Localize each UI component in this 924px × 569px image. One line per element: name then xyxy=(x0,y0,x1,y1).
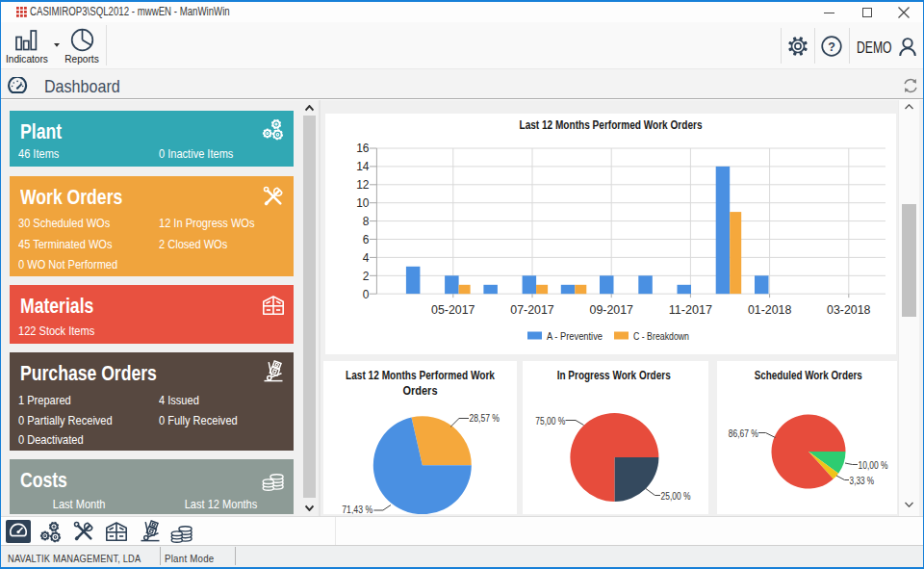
svg-text:11-2017: 11-2017 xyxy=(669,303,712,317)
svg-text:86,67 %: 86,67 % xyxy=(728,428,757,439)
svg-text:12: 12 xyxy=(356,178,370,192)
svg-text:In Progress Work Orders: In Progress Work Orders xyxy=(557,368,671,382)
svg-text:8: 8 xyxy=(363,215,370,228)
svg-text:Last 12 Months Performed Work: Last 12 Months Performed Work xyxy=(346,368,496,382)
svg-text:A - Preventive: A - Preventive xyxy=(547,330,603,342)
svg-text:10: 10 xyxy=(356,196,370,210)
svg-text:03-2018: 03-2018 xyxy=(827,303,870,317)
svg-text:71,43 %: 71,43 % xyxy=(342,504,372,514)
svg-text:Scheduled Work Orders: Scheduled Work Orders xyxy=(754,368,861,382)
svg-text:4: 4 xyxy=(363,251,370,265)
svg-text:10,00 %: 10,00 % xyxy=(858,460,887,471)
svg-text:25,00 %: 25,00 % xyxy=(661,491,691,502)
svg-text:?: ? xyxy=(828,40,835,54)
svg-text:0: 0 xyxy=(363,288,370,301)
svg-text:Orders: Orders xyxy=(403,383,438,398)
svg-text:28,57 %: 28,57 % xyxy=(470,413,500,424)
svg-text:14: 14 xyxy=(356,160,370,173)
svg-text:75,00 %: 75,00 % xyxy=(535,416,565,427)
svg-text:3,33 %: 3,33 % xyxy=(849,476,874,486)
svg-text:2: 2 xyxy=(363,270,370,283)
svg-text:6: 6 xyxy=(363,233,370,246)
svg-text:01-2018: 01-2018 xyxy=(748,303,791,317)
svg-text:Last 12 Months Performed Work: Last 12 Months Performed Work Orders xyxy=(520,117,703,132)
svg-text:05-2017: 05-2017 xyxy=(431,303,475,317)
svg-text:16: 16 xyxy=(356,142,370,155)
svg-text:09-2017: 09-2017 xyxy=(590,303,633,317)
svg-text:07-2017: 07-2017 xyxy=(510,303,553,317)
svg-text:C - Breakdown: C - Breakdown xyxy=(633,330,689,342)
